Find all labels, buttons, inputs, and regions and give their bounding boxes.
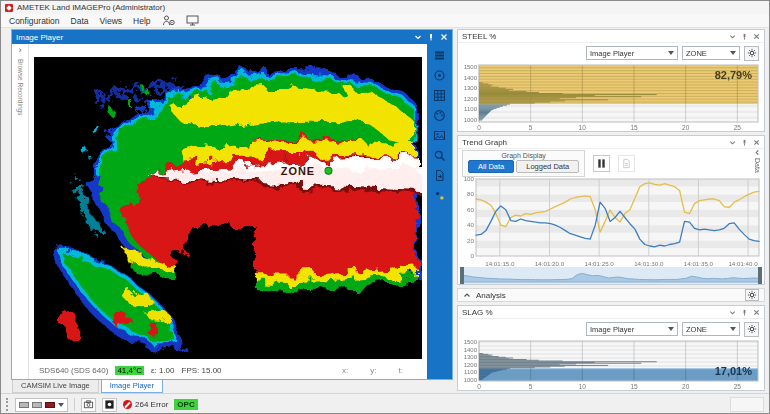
svg-text:14:01:15.0: 14:01:15.0 <box>485 260 515 267</box>
trend-navigator[interactable] <box>460 267 762 284</box>
status-cell <box>730 397 764 412</box>
export-icon[interactable] <box>431 167 448 183</box>
slag-panel-header[interactable]: SLAG % <box>458 306 764 319</box>
image-player-toolbar <box>427 44 452 379</box>
chevron-down-icon[interactable] <box>729 309 736 316</box>
camera-name: SDS640 (SDS 640) <box>39 366 108 375</box>
toolbar-grip[interactable] <box>6 398 9 411</box>
browse-recordings-strip: › Browse Recordings <box>12 44 29 379</box>
zoom-icon[interactable] <box>431 147 448 163</box>
svg-text:10: 10 <box>579 124 587 131</box>
panel-title: SLAG % <box>462 308 729 317</box>
svg-text:20: 20 <box>682 124 690 131</box>
source-select[interactable]: Image Player <box>586 46 678 60</box>
app-window: AMETEK Land IMAGEPro (Administrator) Con… <box>0 0 770 414</box>
data-side-tab[interactable]: Data <box>752 149 763 219</box>
settings-gear-button[interactable] <box>745 289 759 301</box>
grid-icon[interactable] <box>431 87 448 103</box>
thermal-image[interactable]: ZONE <box>34 57 422 359</box>
palette-icon[interactable] <box>431 107 448 123</box>
tab-camsim-live-image[interactable]: CAMSIM Live Image <box>12 380 99 393</box>
all-data-button[interactable]: All Data <box>468 160 514 173</box>
chevron-up-icon <box>463 291 471 299</box>
tab-image-player[interactable]: Image Player <box>101 380 163 393</box>
camera-chip-icon[interactable] <box>19 402 29 408</box>
menu-icon[interactable] <box>431 47 448 63</box>
close-icon[interactable] <box>440 33 448 41</box>
thermal-image-area: ZONE <box>29 44 427 362</box>
chevron-down-icon[interactable] <box>729 33 736 40</box>
svg-text:14:01:30.0: 14:01:30.0 <box>634 260 664 267</box>
pause-button[interactable] <box>593 155 610 172</box>
zone-select[interactable]: ZONE <box>682 46 740 60</box>
svg-text:25: 25 <box>734 383 742 390</box>
zone-label: ZONE <box>281 165 315 177</box>
camera-chip-icon[interactable] <box>32 402 42 408</box>
pin-icon[interactable] <box>427 33 435 41</box>
svg-text:1200: 1200 <box>464 362 478 368</box>
slag-histogram-chart[interactable]: 051015202515001400130012001100100017,01% <box>460 339 762 390</box>
snapshot-button[interactable] <box>81 398 96 412</box>
svg-text:40: 40 <box>467 221 474 228</box>
record-button[interactable] <box>102 398 117 412</box>
svg-text:82,79%: 82,79% <box>715 69 753 81</box>
workspace: Image Player › Browse Recordings <box>1 28 769 393</box>
opc-status-badge: OPC <box>174 399 197 410</box>
window-title: AMETEK Land IMAGEPro (Administrator) <box>17 3 165 12</box>
image-icon[interactable] <box>431 127 448 143</box>
export-report-button[interactable] <box>618 155 635 172</box>
svg-text:0: 0 <box>477 124 481 131</box>
user-settings-icon[interactable] <box>162 15 175 26</box>
points-icon[interactable] <box>431 187 448 203</box>
trend-line-chart[interactable]: 14:01:15.014:01:20.014:01:25.014:01:30.0… <box>460 177 762 267</box>
svg-text:80: 80 <box>467 190 474 197</box>
menu-help[interactable]: Help <box>133 16 150 26</box>
data-tab-label: Data <box>754 158 761 173</box>
settings-gear-button[interactable] <box>744 322 759 337</box>
svg-text:15: 15 <box>630 124 638 131</box>
menu-views[interactable]: Views <box>100 16 123 26</box>
image-player-header[interactable]: Image Player <box>12 30 452 44</box>
trend-panel-header[interactable]: Trend Graph <box>458 136 764 149</box>
svg-text:0: 0 <box>477 383 481 390</box>
close-icon[interactable] <box>753 139 760 146</box>
pin-icon[interactable] <box>741 33 748 40</box>
pin-icon[interactable] <box>741 139 748 146</box>
zone-marker-dot[interactable] <box>325 167 332 174</box>
coord-x-label: x: <box>342 366 348 375</box>
graph-display-label: Graph Display <box>468 152 579 159</box>
chevron-down-icon[interactable] <box>414 33 422 41</box>
chevron-down-icon[interactable] <box>58 403 64 407</box>
error-icon <box>123 400 132 409</box>
expand-arrow-icon[interactable]: › <box>19 45 22 55</box>
camera-chip-active-icon[interactable] <box>45 402 55 408</box>
fps-value: FPS: 15.00 <box>182 366 222 375</box>
steel-panel-header[interactable]: STEEL % <box>458 30 764 43</box>
close-icon[interactable] <box>753 33 760 40</box>
graph-display-group: Graph Display All Data Logged Data <box>462 150 585 177</box>
analysis-section[interactable]: Analysis <box>457 288 765 302</box>
close-icon[interactable] <box>753 309 760 316</box>
browse-recordings-label[interactable]: Browse Recordings <box>17 59 24 115</box>
svg-text:25: 25 <box>734 124 742 131</box>
zone-select[interactable]: ZONE <box>682 322 740 336</box>
window-titlebar: AMETEK Land IMAGEPro (Administrator) <box>1 1 769 14</box>
menu-data[interactable]: Data <box>71 16 89 26</box>
svg-text:0: 0 <box>471 252 475 259</box>
app-icon <box>5 4 13 12</box>
svg-text:14:01:25.0: 14:01:25.0 <box>585 260 615 267</box>
app-statusbar: 264 Error OPC <box>1 393 769 414</box>
menu-configuration[interactable]: Configuration <box>9 16 60 26</box>
steel-histogram-chart[interactable]: 051015202515001400130012001100100082,79% <box>460 63 762 131</box>
monitor-icon[interactable] <box>186 15 199 26</box>
settings-gear-button[interactable] <box>744 46 759 61</box>
analysis-label: Analysis <box>476 291 506 300</box>
svg-text:1400: 1400 <box>464 75 478 81</box>
logged-data-button[interactable]: Logged Data <box>516 160 579 173</box>
svg-text:1100: 1100 <box>464 369 478 375</box>
pin-icon[interactable] <box>741 309 748 316</box>
chevron-down-icon[interactable] <box>729 139 736 146</box>
target-icon[interactable] <box>431 67 448 83</box>
error-status[interactable]: 264 Error <box>123 400 168 409</box>
source-select[interactable]: Image Player <box>586 322 678 336</box>
